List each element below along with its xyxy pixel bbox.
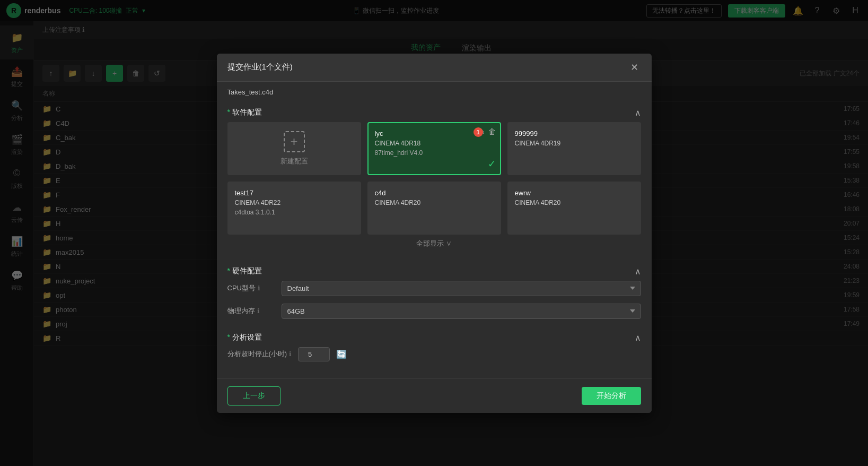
config-plugin: c4dtoa 3.1.0.1 xyxy=(235,209,354,216)
config-name: test17 xyxy=(235,189,354,197)
modal-header: 提交作业(1个文件) ✕ xyxy=(217,54,652,82)
cpu-label: CPU型号 ℹ xyxy=(227,283,275,293)
show-all-button[interactable]: 全部显示 ∨ xyxy=(227,235,641,253)
memory-form-row: 物理内存 ℹ 32GB 64GB 128GB xyxy=(227,304,641,319)
analysis-section-title: 分析设置 xyxy=(227,333,262,342)
config-software: CINEMA 4DR20 xyxy=(515,199,634,206)
modal-overlay: 提交作业(1个文件) ✕ Takes_test.c4d 软件配置 ∧ + 新建配… xyxy=(0,0,868,466)
cpu-form-row: CPU型号 ℹ Default Intel Xeon E5 AMD EPYC xyxy=(227,281,641,296)
start-button[interactable]: 开始分析 xyxy=(582,387,641,405)
analysis-help-icon[interactable]: ℹ xyxy=(289,350,292,358)
analysis-timeout-row: 分析超时停止(小时) ℹ 🔄 xyxy=(227,347,641,361)
delete-config-button[interactable]: 🗑 xyxy=(488,127,496,136)
analysis-timeout-input[interactable] xyxy=(298,347,330,361)
hardware-collapse-button[interactable]: ∧ xyxy=(635,266,641,277)
hardware-section-title: 硬件配置 xyxy=(227,266,262,276)
modal-body: Takes_test.c4d 软件配置 ∧ + 新建配置 xyxy=(217,82,652,378)
modal-filename: Takes_test.c4d xyxy=(227,82,641,102)
new-config-label: 新建配置 xyxy=(280,157,308,166)
config-grid: + 新建配置 ✎ 🗑 1 lyc CINEMA 4DR18 87time_hdr… xyxy=(227,122,641,235)
hardware-config-section: 硬件配置 ∧ CPU型号 ℹ Default Intel Xeon E5 AMD… xyxy=(227,261,641,319)
config-software: CINEMA 4DR19 xyxy=(515,140,634,147)
software-config-section: 软件配置 ∧ + 新建配置 ✎ 🗑 1 xyxy=(227,102,641,253)
analysis-timeout-label: 分析超时停止(小时) ℹ xyxy=(227,349,292,359)
reset-timeout-button[interactable]: 🔄 xyxy=(336,349,347,359)
memory-label: 物理内存 ℹ xyxy=(227,306,275,316)
config-name: 999999 xyxy=(515,130,634,137)
section-header-analysis: 分析设置 ∧ xyxy=(227,327,641,347)
cpu-help-icon[interactable]: ℹ xyxy=(258,284,260,292)
software-collapse-button[interactable]: ∧ xyxy=(635,108,641,118)
cpu-select[interactable]: Default Intel Xeon E5 AMD EPYC xyxy=(282,281,641,296)
section-header-hardware: 硬件配置 ∧ xyxy=(227,261,641,281)
config-software: CINEMA 4DR22 xyxy=(235,199,354,206)
analysis-section: 分析设置 ∧ 分析超时停止(小时) ℹ 🔄 xyxy=(227,327,641,361)
config-software: CINEMA 4DR20 xyxy=(375,199,494,206)
modal-close-button[interactable]: ✕ xyxy=(628,61,641,74)
config-plugin: 87time_hdri V4.0 xyxy=(375,149,494,157)
analysis-collapse-button[interactable]: ∧ xyxy=(635,333,641,343)
section-header-software: 软件配置 ∧ xyxy=(227,102,641,122)
config-card-test17[interactable]: test17 CINEMA 4DR22 c4dtoa 3.1.0.1 xyxy=(227,182,361,235)
config-card-999999[interactable]: 999999 CINEMA 4DR19 xyxy=(507,122,641,175)
check-mark: ✓ xyxy=(488,158,496,170)
config-card-lyc[interactable]: ✎ 🗑 1 lyc CINEMA 4DR18 87time_hdri V4.0 … xyxy=(367,122,501,175)
modal-title: 提交作业(1个文件) xyxy=(227,62,293,72)
new-config-card[interactable]: + 新建配置 xyxy=(227,122,361,175)
config-software: CINEMA 4DR18 xyxy=(375,140,494,147)
config-name: c4d xyxy=(375,189,494,197)
config-card-ewrw[interactable]: ewrw CINEMA 4DR20 xyxy=(507,182,641,235)
back-button[interactable]: 上一步 xyxy=(227,386,280,405)
memory-select[interactable]: 32GB 64GB 128GB xyxy=(282,304,641,319)
memory-help-icon[interactable]: ℹ xyxy=(257,307,260,315)
config-card-c4d[interactable]: c4d CINEMA 4DR20 xyxy=(367,182,501,235)
config-name: ewrw xyxy=(515,189,634,197)
software-section-title: 软件配置 xyxy=(227,108,262,117)
submit-job-modal: 提交作业(1个文件) ✕ Takes_test.c4d 软件配置 ∧ + 新建配… xyxy=(217,54,652,413)
config-badge: 1 xyxy=(474,127,483,137)
modal-footer: 上一步 开始分析 xyxy=(217,378,652,413)
plus-icon: + xyxy=(284,131,305,152)
